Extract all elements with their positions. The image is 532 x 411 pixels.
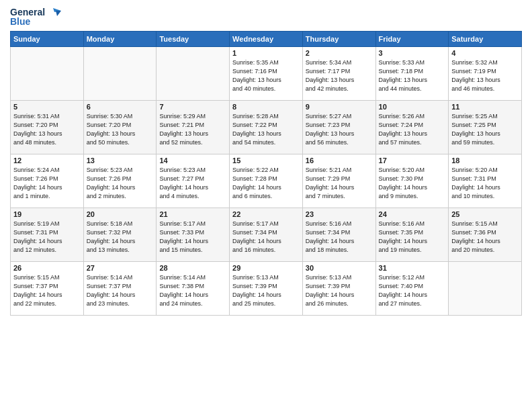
calendar-cell: 7Sunrise: 5:29 AM Sunset: 7:21 PM Daylig… [157, 101, 230, 154]
day-number: 15 [232, 156, 300, 165]
day-number: 23 [306, 210, 373, 218]
day-number: 4 [451, 49, 519, 57]
day-number: 26 [13, 264, 81, 272]
day-info: Sunrise: 5:15 AM Sunset: 7:37 PM Dayligh… [13, 273, 81, 308]
calendar-cell: 27Sunrise: 5:14 AM Sunset: 7:37 PM Dayli… [83, 262, 157, 316]
day-number: 22 [232, 210, 300, 218]
calendar-week-row: 19Sunrise: 5:19 AM Sunset: 7:31 PM Dayli… [11, 208, 522, 262]
calendar-cell [11, 47, 84, 101]
day-number: 6 [87, 103, 154, 111]
calendar-header-row: SundayMondayTuesdayWednesdayThursdayFrid… [11, 32, 522, 47]
day-number: 13 [87, 156, 154, 165]
calendar-cell: 13Sunrise: 5:23 AM Sunset: 7:26 PM Dayli… [83, 154, 157, 208]
day-number: 1 [232, 49, 300, 57]
calendar-cell: 9Sunrise: 5:27 AM Sunset: 7:23 PM Daylig… [302, 101, 375, 154]
calendar-cell: 10Sunrise: 5:26 AM Sunset: 7:24 PM Dayli… [375, 101, 449, 154]
day-info: Sunrise: 5:17 AM Sunset: 7:34 PM Dayligh… [232, 220, 300, 255]
day-number: 25 [451, 210, 519, 218]
day-info: Sunrise: 5:14 AM Sunset: 7:37 PM Dayligh… [87, 273, 154, 308]
calendar-cell: 18Sunrise: 5:20 AM Sunset: 7:31 PM Dayli… [449, 154, 522, 208]
page-header: General Blue [10, 7, 522, 27]
calendar-cell: 8Sunrise: 5:28 AM Sunset: 7:22 PM Daylig… [230, 101, 303, 154]
day-number: 19 [13, 210, 81, 218]
day-info: Sunrise: 5:27 AM Sunset: 7:23 PM Dayligh… [306, 112, 373, 147]
day-info: Sunrise: 5:12 AM Sunset: 7:40 PM Dayligh… [379, 273, 446, 308]
calendar-cell: 24Sunrise: 5:16 AM Sunset: 7:35 PM Dayli… [375, 208, 449, 262]
calendar-cell [157, 47, 230, 101]
calendar-body: 1Sunrise: 5:35 AM Sunset: 7:16 PM Daylig… [11, 47, 522, 316]
calendar-cell: 12Sunrise: 5:24 AM Sunset: 7:26 PM Dayli… [11, 154, 84, 208]
day-number: 11 [451, 103, 519, 111]
calendar-week-row: 12Sunrise: 5:24 AM Sunset: 7:26 PM Dayli… [11, 154, 522, 208]
day-number: 24 [379, 210, 446, 218]
calendar-cell: 5Sunrise: 5:31 AM Sunset: 7:20 PM Daylig… [11, 101, 84, 154]
day-number: 9 [306, 103, 373, 111]
day-number: 3 [379, 49, 446, 57]
calendar-cell: 2Sunrise: 5:34 AM Sunset: 7:17 PM Daylig… [302, 47, 375, 101]
day-number: 28 [159, 264, 226, 272]
day-number: 5 [13, 103, 81, 111]
calendar-cell: 11Sunrise: 5:25 AM Sunset: 7:25 PM Dayli… [449, 101, 522, 154]
calendar-cell: 3Sunrise: 5:33 AM Sunset: 7:18 PM Daylig… [375, 47, 449, 101]
day-info: Sunrise: 5:18 AM Sunset: 7:32 PM Dayligh… [87, 220, 154, 255]
calendar-header-sunday: Sunday [11, 32, 84, 47]
calendar-cell: 29Sunrise: 5:13 AM Sunset: 7:39 PM Dayli… [230, 262, 303, 316]
calendar-cell [83, 47, 157, 101]
calendar-cell: 1Sunrise: 5:35 AM Sunset: 7:16 PM Daylig… [230, 47, 303, 101]
calendar-header-wednesday: Wednesday [230, 32, 303, 47]
logo: General Blue [10, 7, 61, 27]
calendar-header-thursday: Thursday [302, 32, 375, 47]
calendar-cell: 17Sunrise: 5:20 AM Sunset: 7:30 PM Dayli… [375, 154, 449, 208]
day-info: Sunrise: 5:28 AM Sunset: 7:22 PM Dayligh… [232, 112, 300, 147]
day-info: Sunrise: 5:24 AM Sunset: 7:26 PM Dayligh… [13, 166, 81, 201]
day-info: Sunrise: 5:20 AM Sunset: 7:31 PM Dayligh… [451, 166, 519, 201]
calendar-cell: 31Sunrise: 5:12 AM Sunset: 7:40 PM Dayli… [375, 262, 449, 316]
day-number: 8 [232, 103, 300, 111]
calendar-header-saturday: Saturday [449, 32, 522, 47]
day-info: Sunrise: 5:34 AM Sunset: 7:17 PM Dayligh… [306, 58, 373, 93]
calendar-week-row: 5Sunrise: 5:31 AM Sunset: 7:20 PM Daylig… [11, 101, 522, 154]
day-number: 30 [306, 264, 373, 272]
day-number: 29 [232, 264, 300, 272]
calendar-cell: 28Sunrise: 5:14 AM Sunset: 7:38 PM Dayli… [157, 262, 230, 316]
calendar-cell: 25Sunrise: 5:15 AM Sunset: 7:36 PM Dayli… [449, 208, 522, 262]
calendar-cell [449, 262, 522, 316]
logo-blue: Blue [10, 16, 30, 27]
day-info: Sunrise: 5:21 AM Sunset: 7:29 PM Dayligh… [306, 166, 373, 201]
calendar-week-row: 1Sunrise: 5:35 AM Sunset: 7:16 PM Daylig… [11, 47, 522, 101]
day-info: Sunrise: 5:13 AM Sunset: 7:39 PM Dayligh… [232, 273, 300, 308]
calendar-cell: 19Sunrise: 5:19 AM Sunset: 7:31 PM Dayli… [11, 208, 84, 262]
calendar-cell: 30Sunrise: 5:13 AM Sunset: 7:39 PM Dayli… [302, 262, 375, 316]
day-number: 20 [87, 210, 154, 218]
day-info: Sunrise: 5:16 AM Sunset: 7:34 PM Dayligh… [306, 220, 373, 255]
calendar-cell: 15Sunrise: 5:22 AM Sunset: 7:28 PM Dayli… [230, 154, 303, 208]
day-info: Sunrise: 5:22 AM Sunset: 7:28 PM Dayligh… [232, 166, 300, 201]
day-number: 31 [379, 264, 446, 272]
day-info: Sunrise: 5:32 AM Sunset: 7:19 PM Dayligh… [451, 58, 519, 93]
calendar-cell: 16Sunrise: 5:21 AM Sunset: 7:29 PM Dayli… [302, 154, 375, 208]
calendar-cell: 21Sunrise: 5:17 AM Sunset: 7:33 PM Dayli… [157, 208, 230, 262]
calendar-cell: 20Sunrise: 5:18 AM Sunset: 7:32 PM Dayli… [83, 208, 157, 262]
day-info: Sunrise: 5:14 AM Sunset: 7:38 PM Dayligh… [159, 273, 226, 308]
calendar-cell: 26Sunrise: 5:15 AM Sunset: 7:37 PM Dayli… [11, 262, 84, 316]
day-info: Sunrise: 5:31 AM Sunset: 7:20 PM Dayligh… [13, 112, 81, 147]
day-number: 17 [379, 156, 446, 165]
day-number: 27 [87, 264, 154, 272]
calendar-cell: 14Sunrise: 5:23 AM Sunset: 7:27 PM Dayli… [157, 154, 230, 208]
day-number: 21 [159, 210, 226, 218]
day-info: Sunrise: 5:19 AM Sunset: 7:31 PM Dayligh… [13, 220, 81, 255]
calendar-table: SundayMondayTuesdayWednesdayThursdayFrid… [10, 31, 522, 316]
day-number: 12 [13, 156, 81, 165]
calendar-header-tuesday: Tuesday [157, 32, 230, 47]
calendar-week-row: 26Sunrise: 5:15 AM Sunset: 7:37 PM Dayli… [11, 262, 522, 316]
day-number: 2 [306, 49, 373, 57]
calendar-cell: 4Sunrise: 5:32 AM Sunset: 7:19 PM Daylig… [449, 47, 522, 101]
day-info: Sunrise: 5:26 AM Sunset: 7:24 PM Dayligh… [379, 112, 446, 147]
day-number: 10 [379, 103, 446, 111]
calendar-cell: 22Sunrise: 5:17 AM Sunset: 7:34 PM Dayli… [230, 208, 303, 262]
day-number: 14 [159, 156, 226, 165]
calendar-header-monday: Monday [83, 32, 157, 47]
day-info: Sunrise: 5:29 AM Sunset: 7:21 PM Dayligh… [159, 112, 226, 147]
calendar-cell: 23Sunrise: 5:16 AM Sunset: 7:34 PM Dayli… [302, 208, 375, 262]
day-info: Sunrise: 5:13 AM Sunset: 7:39 PM Dayligh… [306, 273, 373, 308]
